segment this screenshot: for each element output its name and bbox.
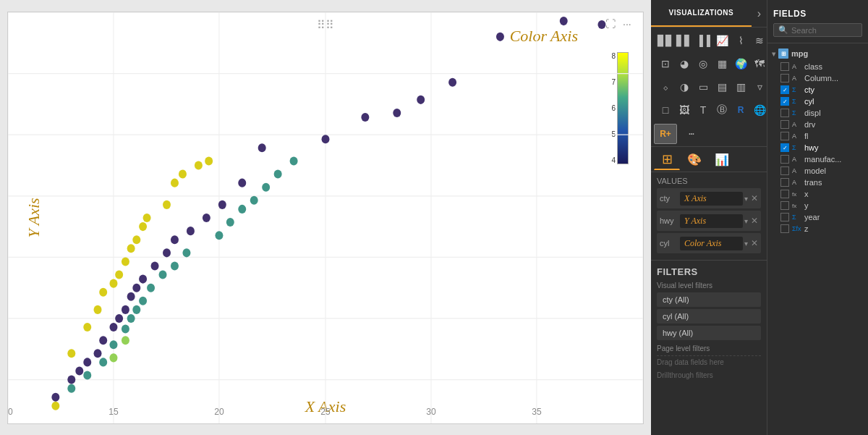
format-tabs: ⊞ 🎨 📊 <box>651 146 767 172</box>
field-checkbox-hwy[interactable]: ✓ <box>780 143 789 152</box>
y-axis-value: Y Axis <box>680 214 743 228</box>
field-item-hwy[interactable]: ✓ Σ hwy <box>767 142 868 153</box>
field-item-cty[interactable]: ✓ Σ cty <box>767 84 868 96</box>
field-item-class[interactable]: A class <box>767 61 868 72</box>
field-type-sigma-displ-icon: Σ <box>792 109 802 117</box>
field-item-model[interactable]: A model <box>767 165 868 177</box>
drag-zone-label: Drag data fields here <box>657 355 761 368</box>
field-item-drv[interactable]: A drv <box>767 119 868 130</box>
filled-map-icon[interactable]: 🗺 <box>748 54 767 74</box>
svg-point-72 <box>109 323 117 331</box>
field-checkbox-manufac[interactable] <box>780 155 789 164</box>
filter-chip-cty[interactable]: cty (All) <box>657 292 761 307</box>
paint-format-tab[interactable]: 🎨 <box>681 148 707 170</box>
field-checkbox-x[interactable] <box>780 190 789 198</box>
r-custom-icon[interactable]: R+ <box>654 124 677 144</box>
field-checkbox-displ[interactable] <box>780 109 789 117</box>
field-checkbox-year[interactable] <box>780 213 789 221</box>
field-checkbox-z[interactable] <box>780 224 789 233</box>
chart-container: ⠿⠿ ⛶ ··· Color Axis Y Axis X Axis 8 7 6 … <box>7 12 644 424</box>
x-axis-row[interactable]: cty X Axis ▾ ✕ <box>657 188 761 208</box>
x-axis-remove[interactable]: ✕ <box>751 193 758 203</box>
group-arrow-icon: ▾ <box>772 50 775 58</box>
field-item-trans[interactable]: A trans <box>767 177 868 188</box>
page-level-filters-label: Page level filters <box>657 345 761 352</box>
slicer-icon[interactable]: ▿ <box>748 77 767 97</box>
field-item-fl[interactable]: A fl <box>767 130 868 142</box>
field-checkbox-cty[interactable]: ✓ <box>780 85 789 94</box>
svg-point-84 <box>238 178 246 187</box>
field-checkbox-cyl[interactable]: ✓ <box>780 97 789 106</box>
color-axis-row[interactable]: cyl Color Axis ▾ ✕ <box>657 233 761 253</box>
svg-point-71 <box>99 336 107 345</box>
svg-point-34 <box>115 270 123 279</box>
svg-point-58 <box>182 248 190 257</box>
svg-point-81 <box>187 227 195 235</box>
svg-point-83 <box>218 200 226 208</box>
svg-point-79 <box>163 248 171 257</box>
color-axis-remove[interactable]: ✕ <box>751 238 758 248</box>
svg-point-90 <box>448 77 456 86</box>
field-name-hwy: hwy <box>804 143 819 152</box>
svg-point-64 <box>274 169 282 178</box>
x-axis-chevron[interactable]: ▾ <box>744 195 748 203</box>
field-checkbox-class[interactable] <box>780 62 789 71</box>
field-type-sigma-cyl-icon: Σ <box>792 98 802 105</box>
y-axis-remove[interactable]: ✕ <box>751 216 758 226</box>
color-axis-chevron[interactable]: ▾ <box>744 240 748 248</box>
field-type-sigma-hwy-icon: Σ <box>792 144 802 151</box>
field-item-x[interactable]: fx x <box>767 188 868 200</box>
field-checkbox-drv[interactable] <box>780 120 789 129</box>
viz-icons-row-4: □ 🖼 T Ⓑ R 🌐 <box>651 98 767 122</box>
chart-area: ⠿⠿ ⛶ ··· Color Axis Y Axis X Axis 8 7 6 … <box>0 0 651 435</box>
fields-list: ▾ ⊞ mpg A class A Column... ✓ Σ cty <box>767 43 868 435</box>
search-icon: 🔍 <box>778 25 788 35</box>
panel-collapse-arrow[interactable]: › <box>752 0 767 27</box>
svg-point-30 <box>83 323 91 331</box>
field-checkbox-trans[interactable] <box>780 178 789 187</box>
field-type-sigma-cty-icon: Σ <box>792 86 802 93</box>
filter-chip-cyl[interactable]: cyl (All) <box>657 309 761 324</box>
fields-format-tab[interactable]: ⊞ <box>654 148 680 170</box>
field-item-year[interactable]: Σ year <box>767 211 868 223</box>
filter-chip-hwy[interactable]: hwy (All) <box>657 326 761 340</box>
field-item-column[interactable]: A Column... <box>767 72 868 84</box>
search-input[interactable] <box>791 26 849 35</box>
svg-point-92 <box>560 17 568 25</box>
field-group-mpg[interactable]: ▾ ⊞ mpg <box>767 46 868 61</box>
svg-point-60 <box>226 218 234 227</box>
svg-point-49 <box>99 358 107 366</box>
field-item-y[interactable]: fx y <box>767 200 868 211</box>
viz-sub-icons: R+ ··· <box>651 122 767 146</box>
field-checkbox-y[interactable] <box>780 201 789 210</box>
svg-point-55 <box>147 283 155 292</box>
field-item-displ[interactable]: Σ displ <box>767 107 868 119</box>
svg-text:25: 25 <box>320 406 330 417</box>
y-axis-chevron[interactable]: ▾ <box>744 217 748 225</box>
custom-visual-icon[interactable]: 🌐 <box>748 100 767 120</box>
svg-point-42 <box>179 169 187 178</box>
field-checkbox-model[interactable] <box>780 166 789 175</box>
svg-point-68 <box>75 366 83 375</box>
viz-icons-row-2: ⊡ ◕ ◎ ▦ 🌍 🗺 <box>651 52 767 75</box>
svg-point-93 <box>597 20 605 28</box>
field-checkbox-fl[interactable] <box>780 132 789 140</box>
viz-icons-row-3: ⬦ ◑ ▭ ▤ ▥ ▿ <box>651 75 767 98</box>
field-item-z[interactable]: Σfx z <box>767 223 868 235</box>
ellipsis-icon[interactable]: ··· <box>679 124 702 144</box>
svg-point-66 <box>51 392 59 401</box>
svg-point-33 <box>109 279 117 287</box>
field-item-manufac[interactable]: A manufac... <box>767 153 868 165</box>
field-name-z: z <box>804 224 809 233</box>
y-axis-row[interactable]: hwy Y Axis ▾ ✕ <box>657 211 761 231</box>
color-field-name: cyl <box>660 239 680 248</box>
field-checkbox-column[interactable] <box>780 74 789 83</box>
svg-text:10: 10 <box>8 406 13 417</box>
field-name-column: Column... <box>804 74 838 83</box>
field-item-cyl[interactable]: ✓ Σ cyl <box>767 96 868 107</box>
visualizations-tab[interactable]: VISUALIZATIONS <box>651 0 752 27</box>
ribbon-chart-icon[interactable]: ≋ <box>748 30 767 51</box>
analytics-format-tab[interactable]: 📊 <box>709 148 735 170</box>
svg-point-67 <box>67 375 75 384</box>
search-box[interactable]: 🔍 <box>773 23 862 37</box>
